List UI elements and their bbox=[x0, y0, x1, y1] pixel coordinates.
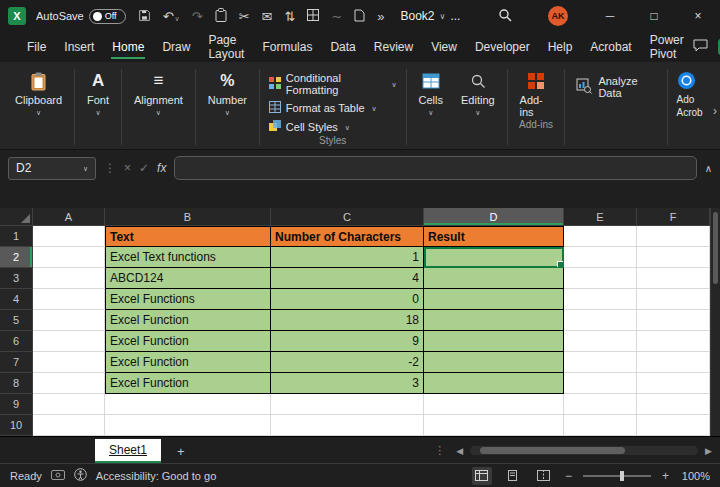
cell-b9[interactable] bbox=[105, 394, 271, 415]
tab-insert[interactable]: Insert bbox=[55, 32, 103, 62]
cell-c4[interactable]: 0 bbox=[271, 289, 424, 310]
cell-e1[interactable] bbox=[564, 226, 637, 247]
cell-c3[interactable]: 4 bbox=[271, 268, 424, 289]
cell-e7[interactable] bbox=[564, 352, 637, 373]
cell-e9[interactable] bbox=[564, 394, 637, 415]
cell-a1[interactable] bbox=[33, 226, 105, 247]
cell-d9[interactable] bbox=[424, 394, 564, 415]
tab-page-layout[interactable]: Page Layout bbox=[199, 32, 253, 62]
avatar[interactable]: AK bbox=[548, 6, 568, 26]
number-button[interactable]: % Number ∨ bbox=[199, 65, 256, 116]
maximize-button[interactable]: □ bbox=[632, 0, 676, 32]
cell-b6[interactable]: Excel Function bbox=[105, 331, 271, 352]
cell-styles-button[interactable]: Cell Styles ∨ bbox=[269, 120, 397, 134]
cells-button[interactable]: Cells ∨ bbox=[410, 65, 452, 116]
format-as-table-button[interactable]: Format as Table ∨ bbox=[269, 101, 397, 115]
cell-e4[interactable] bbox=[564, 289, 637, 310]
cell-a8[interactable] bbox=[33, 373, 105, 394]
accessibility-icon[interactable] bbox=[74, 468, 87, 483]
tab-acrobat[interactable]: Acrobat bbox=[581, 32, 640, 62]
cell-d6[interactable] bbox=[424, 331, 564, 352]
autosave-toggle[interactable]: Off bbox=[89, 9, 126, 24]
tab-power-pivot[interactable]: Power Pivot bbox=[641, 32, 693, 62]
cell-b10[interactable] bbox=[105, 415, 271, 436]
cell-d10[interactable] bbox=[424, 415, 564, 436]
zoom-slider-knob[interactable] bbox=[620, 471, 624, 481]
cell-c7[interactable]: -2 bbox=[271, 352, 424, 373]
search-icon[interactable] bbox=[498, 8, 512, 24]
cell-f10[interactable] bbox=[637, 415, 710, 436]
column-header-d[interactable]: D bbox=[424, 208, 564, 226]
row-header-4[interactable]: 4 bbox=[0, 289, 33, 310]
name-box[interactable]: D2 ∨ bbox=[8, 157, 96, 180]
page-break-view-icon[interactable] bbox=[534, 467, 554, 485]
vertical-scrollbar-thumb[interactable] bbox=[713, 212, 718, 284]
formula-input[interactable] bbox=[174, 156, 696, 180]
column-header-f[interactable]: F bbox=[637, 208, 710, 226]
autosave-control[interactable]: AutoSave Off bbox=[36, 9, 126, 24]
clipboard-button[interactable]: Clipboard ∨ bbox=[6, 65, 71, 116]
horizontal-scrollbar-thumb[interactable] bbox=[480, 447, 625, 454]
row-header-1[interactable]: 1 bbox=[0, 226, 33, 247]
scroll-left-icon[interactable]: ◀ bbox=[456, 446, 463, 456]
cell-a9[interactable] bbox=[33, 394, 105, 415]
insert-function-icon[interactable]: fx bbox=[157, 161, 166, 175]
formula-bar-expand-icon[interactable]: ∧ bbox=[705, 163, 712, 174]
cell-d4[interactable] bbox=[424, 289, 564, 310]
column-header-c[interactable]: C bbox=[271, 208, 424, 226]
minimize-button[interactable]: ─ bbox=[588, 0, 632, 32]
row-header-6[interactable]: 6 bbox=[0, 331, 33, 352]
paste-icon[interactable] bbox=[215, 8, 227, 24]
title-chevron-icon[interactable]: ∨ bbox=[440, 12, 446, 21]
mail-icon[interactable]: ✉ bbox=[262, 10, 273, 23]
tab-developer[interactable]: Developer bbox=[466, 32, 539, 62]
cell-e3[interactable] bbox=[564, 268, 637, 289]
sheet-tab-sheet1[interactable]: Sheet1 bbox=[95, 439, 161, 463]
scroll-right-icon[interactable]: ▶ bbox=[705, 446, 712, 456]
cell-a10[interactable] bbox=[33, 415, 105, 436]
close-button[interactable]: × bbox=[676, 0, 720, 32]
cut-icon[interactable]: ✂ bbox=[239, 10, 250, 23]
vertical-scrollbar[interactable] bbox=[710, 208, 720, 436]
tab-formulas[interactable]: Formulas bbox=[253, 32, 321, 62]
adobe-acrobat-button[interactable]: Ado Acrob bbox=[671, 65, 706, 149]
tab-file[interactable]: File bbox=[18, 32, 55, 62]
cell-f5[interactable] bbox=[637, 310, 710, 331]
cell-d5[interactable] bbox=[424, 310, 564, 331]
cell-d3[interactable] bbox=[424, 268, 564, 289]
zoom-in-icon[interactable]: + bbox=[662, 469, 669, 483]
font-button[interactable]: A Font ∨ bbox=[78, 65, 118, 116]
cell-d7[interactable] bbox=[424, 352, 564, 373]
cell-c1[interactable]: Number of Characters bbox=[271, 226, 424, 247]
cell-f1[interactable] bbox=[637, 226, 710, 247]
tab-home[interactable]: Home bbox=[103, 32, 153, 62]
cell-f8[interactable] bbox=[637, 373, 710, 394]
cell-f9[interactable] bbox=[637, 394, 710, 415]
cell-a2[interactable] bbox=[33, 247, 105, 268]
row-header-10[interactable]: 10 bbox=[0, 415, 33, 436]
column-header-e[interactable]: E bbox=[564, 208, 637, 226]
cell-c10[interactable] bbox=[271, 415, 424, 436]
redo-icon[interactable]: ↷ bbox=[192, 10, 203, 23]
horizontal-scrollbar-track[interactable] bbox=[470, 446, 698, 455]
row-header-3[interactable]: 3 bbox=[0, 268, 33, 289]
cell-f2[interactable] bbox=[637, 247, 710, 268]
cell-b2[interactable]: Excel Text functions bbox=[105, 247, 271, 268]
cell-c6[interactable]: 9 bbox=[271, 331, 424, 352]
page-layout-view-icon[interactable] bbox=[503, 467, 523, 485]
zoom-level[interactable]: 100% bbox=[680, 470, 710, 482]
cell-c2[interactable]: 1 bbox=[271, 247, 424, 268]
cell-d8[interactable] bbox=[424, 373, 564, 394]
cell-b8[interactable]: Excel Function bbox=[105, 373, 271, 394]
cell-d1[interactable]: Result bbox=[424, 226, 564, 247]
tab-splitter-icon[interactable]: ⋮ bbox=[434, 444, 445, 457]
alignment-button[interactable]: ≡ Alignment ∨ bbox=[125, 65, 192, 116]
cell-a5[interactable] bbox=[33, 310, 105, 331]
cell-a6[interactable] bbox=[33, 331, 105, 352]
cell-b3[interactable]: ABCD124 bbox=[105, 268, 271, 289]
column-header-a[interactable]: A bbox=[33, 208, 105, 226]
cell-b4[interactable]: Excel Functions bbox=[105, 289, 271, 310]
ribbon-overflow-icon[interactable]: › bbox=[713, 104, 717, 118]
add-sheet-button[interactable]: + bbox=[177, 444, 185, 459]
cell-e8[interactable] bbox=[564, 373, 637, 394]
